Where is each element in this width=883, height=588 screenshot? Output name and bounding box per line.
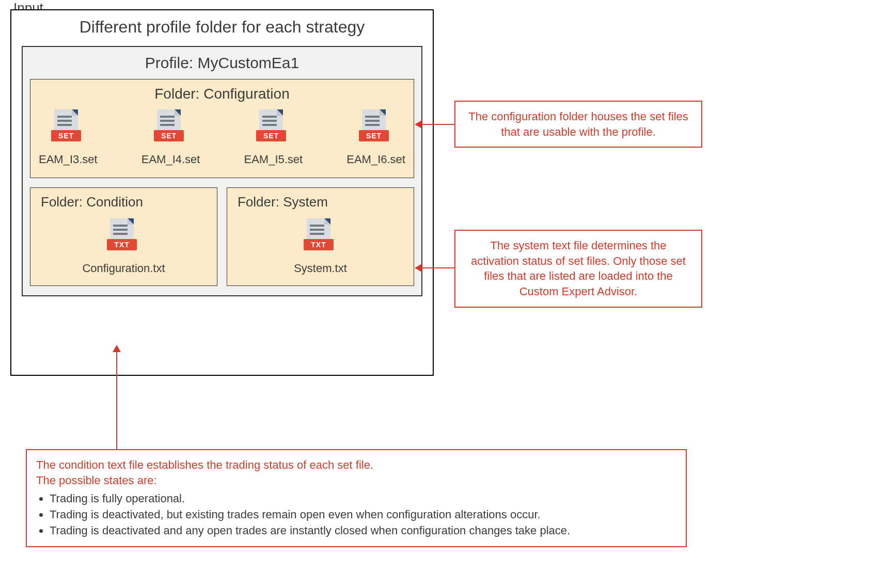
callout-bullet: Trading is fully operational. bbox=[50, 491, 676, 507]
folder-system-title: Folder: System bbox=[233, 194, 328, 210]
folder-configuration: Folder: Configuration SET bbox=[30, 79, 414, 178]
file-name-label: EAM_I6.set bbox=[346, 153, 405, 166]
callout-condition: The condition text file establishes the … bbox=[26, 449, 687, 547]
input-box: Different profile folder for each strate… bbox=[10, 9, 434, 376]
file-name-label: System.txt bbox=[294, 262, 347, 275]
file-item: SET EAM_I5.set bbox=[244, 108, 303, 166]
svg-rect-17 bbox=[262, 116, 277, 118]
file-name-label: EAM_I4.set bbox=[141, 153, 200, 166]
file-item: SET EAM_I3.set bbox=[39, 108, 98, 166]
svg-rect-26 bbox=[365, 124, 380, 126]
callout-text: The system text file determines the acti… bbox=[471, 239, 686, 298]
file-badge-label: SET bbox=[366, 132, 382, 140]
svg-rect-5 bbox=[57, 124, 72, 126]
arrow-icon bbox=[421, 267, 454, 268]
file-badge-label: TXT bbox=[114, 241, 129, 249]
svg-rect-32 bbox=[113, 229, 128, 231]
callout-lead-2: The possible states are: bbox=[36, 473, 676, 488]
folder-system: Folder: System TXT System.txt bbox=[227, 187, 414, 286]
folder-configuration-title: Folder: Configuration bbox=[39, 86, 405, 102]
svg-rect-33 bbox=[113, 233, 128, 235]
svg-rect-24 bbox=[365, 116, 380, 118]
file-badge-label: SET bbox=[263, 132, 279, 140]
file-name-label: EAM_I3.set bbox=[39, 153, 98, 166]
file-badge-label: SET bbox=[58, 132, 74, 140]
svg-rect-12 bbox=[160, 124, 175, 126]
file-item: SET EAM_I4.set bbox=[141, 108, 200, 166]
folder-condition-title: Folder: Condition bbox=[37, 194, 143, 210]
set-file-icon: SET bbox=[255, 108, 291, 150]
svg-rect-11 bbox=[160, 120, 175, 122]
profile-box: Profile: MyCustomEa1 Folder: Configurati… bbox=[22, 46, 422, 296]
callout-configuration: The configuration folder houses the set … bbox=[454, 101, 702, 148]
svg-rect-19 bbox=[262, 124, 277, 126]
svg-rect-4 bbox=[57, 120, 72, 122]
lower-folders-row: Folder: Condition TXT Configuration.txt bbox=[30, 187, 414, 286]
svg-rect-10 bbox=[160, 116, 175, 118]
svg-rect-18 bbox=[262, 120, 277, 122]
set-file-icon: SET bbox=[358, 108, 394, 150]
svg-rect-38 bbox=[310, 225, 324, 227]
folder-condition: Folder: Condition TXT Configuration.txt bbox=[30, 187, 217, 286]
diagram-canvas: Input Different profile folder for each … bbox=[0, 0, 883, 588]
callout-bullet: Trading is deactivated, but existing tra… bbox=[50, 507, 676, 523]
file-name-label: EAM_I5.set bbox=[244, 153, 303, 166]
svg-rect-31 bbox=[113, 225, 128, 227]
file-name-label: Configuration.txt bbox=[82, 262, 165, 275]
file-badge-label: TXT bbox=[311, 241, 326, 249]
set-file-icon: SET bbox=[153, 108, 189, 150]
svg-rect-39 bbox=[310, 229, 324, 231]
svg-rect-40 bbox=[310, 233, 324, 235]
arrow-icon bbox=[421, 124, 454, 125]
txt-file-icon: TXT bbox=[303, 217, 339, 259]
config-files-row: SET EAM_I3.set SET bbox=[39, 108, 405, 166]
arrow-icon bbox=[116, 351, 117, 449]
file-badge-label: SET bbox=[161, 132, 176, 140]
callout-text: The configuration folder houses the set … bbox=[468, 110, 688, 138]
svg-rect-25 bbox=[365, 120, 380, 122]
callout-system: The system text file determines the acti… bbox=[454, 230, 702, 308]
callout-lead-1: The condition text file establishes the … bbox=[36, 457, 676, 473]
set-file-icon: SET bbox=[50, 108, 86, 150]
txt-file-icon: TXT bbox=[106, 217, 142, 259]
profile-title: Profile: MyCustomEa1 bbox=[30, 54, 414, 72]
callout-bullet: Trading is deactivated and any open trad… bbox=[50, 523, 676, 539]
main-title: Different profile folder for each strate… bbox=[11, 18, 433, 37]
callout-bullet-list: Trading is fully operational. Trading is… bbox=[36, 491, 676, 538]
svg-rect-3 bbox=[57, 116, 72, 118]
file-item: SET EAM_I6.set bbox=[346, 108, 405, 166]
